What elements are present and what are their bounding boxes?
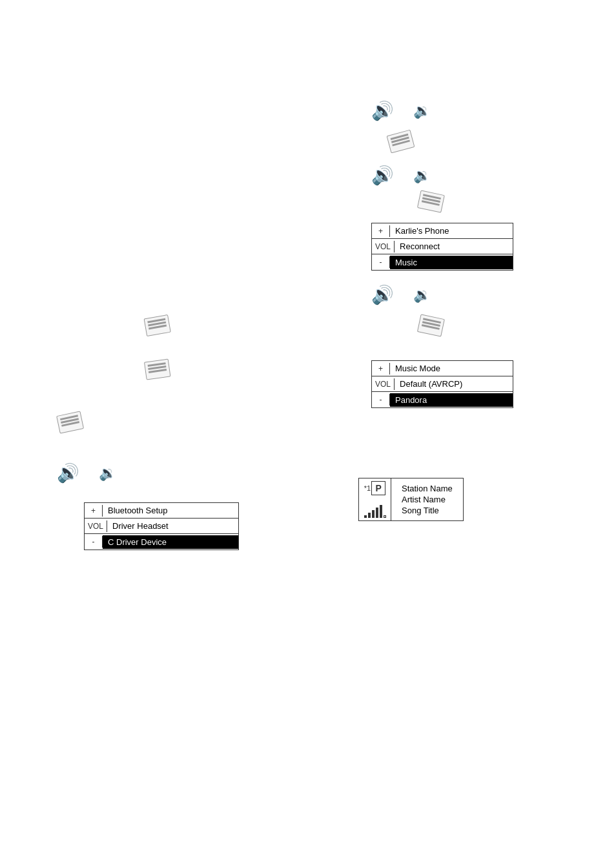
reconnect-item: Reconnect (395, 240, 513, 253)
song-title: Song Title (402, 506, 453, 515)
driver-headset-item: Driver Headset (107, 519, 238, 533)
card-document-icon-1 (387, 130, 415, 154)
speaker-loud-icon-2: 🔊 (371, 165, 394, 186)
music-mode-row-vol: VOL Default (AVRCP) (372, 376, 513, 392)
driver-device-item-selected: C Driver Device (103, 535, 238, 549)
bt-row-minus: - C Driver Device (85, 534, 238, 550)
bar-2 (368, 513, 371, 518)
bt-vol-label: VOL (85, 520, 107, 532)
menu-row-plus: + Karlie's Phone (372, 223, 513, 239)
signal-bars (364, 505, 386, 518)
bt-plus-label: + (85, 505, 103, 517)
bar-5 (380, 505, 382, 518)
music-vol-label: VOL (372, 378, 395, 390)
music-plus-label: + (372, 363, 390, 375)
speaker-loud-icon-3: 🔊 (371, 284, 394, 305)
bar-1 (364, 515, 367, 518)
music-minus-label: - (372, 394, 390, 406)
music-mode-row-plus: + Music Mode (372, 361, 513, 376)
plus-label: + (372, 225, 390, 237)
bt-row-plus: + Bluetooth Setup (85, 503, 238, 519)
speaker-quiet-icon-1: 🔉 (413, 103, 431, 119)
pandora-p-box: P (371, 481, 385, 495)
bar-6 (384, 515, 386, 518)
vol-label: VOL (372, 241, 395, 252)
station-name: Station Name (402, 484, 453, 493)
pandora-p-label: P (376, 483, 382, 493)
karlies-phone-menu: + Karlie's Phone VOL Reconnect - Music (371, 223, 513, 271)
menu-row-minus: - Music (372, 254, 513, 270)
speaker-loud-icon-left: 🔊 (57, 462, 79, 484)
music-mode-menu: + Music Mode VOL Default (AVRCP) - Pando… (371, 360, 513, 408)
default-avrcp-item: Default (AVRCP) (395, 377, 513, 391)
karlies-phone-item: Karlie's Phone (390, 224, 513, 238)
bluetooth-setup-menu: + Bluetooth Setup VOL Driver Headset - C… (84, 502, 239, 550)
card-document-icon-left-3 (56, 411, 84, 433)
pandora-display: *1 P Station Name Artist Name Song Title (358, 478, 464, 521)
bt-minus-label: - (85, 536, 103, 548)
music-item-selected: Music (390, 256, 513, 269)
menu-row-vol: VOL Reconnect (372, 239, 513, 254)
pandora-item-selected: Pandora (390, 393, 513, 407)
card-document-icon-left-2 (144, 359, 171, 380)
pandora-left-panel: *1 P (359, 478, 391, 520)
speaker-quiet-icon-3: 🔉 (413, 287, 431, 303)
bt-row-vol: VOL Driver Headset (85, 519, 238, 534)
bar-3 (372, 510, 375, 518)
music-mode-row-minus: - Pandora (372, 392, 513, 407)
bar-4 (376, 508, 378, 518)
music-mode-item: Music Mode (390, 362, 513, 375)
artist-name: Artist Name (402, 495, 453, 504)
speaker-quiet-icon-left: 🔉 (99, 465, 116, 482)
pandora-info-panel: Station Name Artist Name Song Title (391, 478, 463, 520)
bt-setup-item: Bluetooth Setup (103, 504, 238, 517)
card-document-icon-2 (417, 190, 445, 212)
speaker-quiet-icon-2: 🔉 (413, 167, 431, 184)
card-document-icon-3 (417, 314, 445, 336)
speaker-loud-icon-1: 🔊 (371, 100, 394, 121)
bt-label: *1 (364, 484, 371, 492)
minus-label: - (372, 256, 390, 268)
card-document-icon-left-1 (144, 314, 171, 336)
